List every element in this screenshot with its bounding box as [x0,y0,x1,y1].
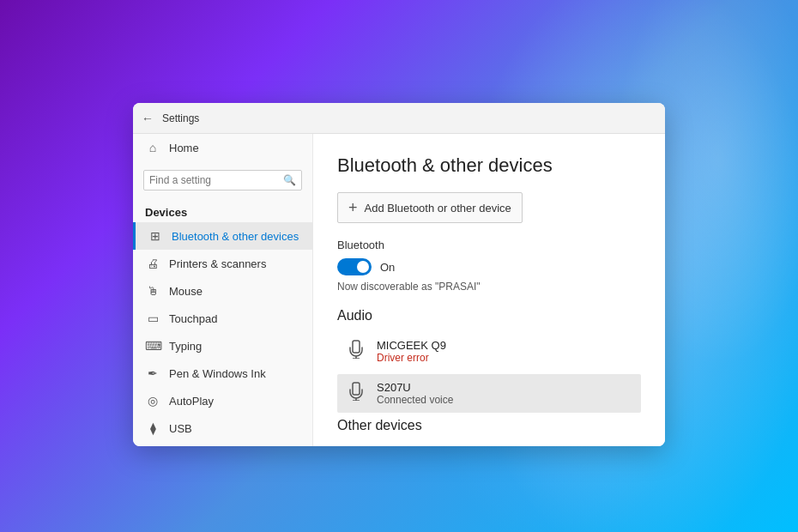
sidebar-item-bluetooth[interactable]: ⊞ Bluetooth & other devices [133,222,312,250]
sidebar-item-usb[interactable]: ⧫ USB [133,414,312,442]
add-device-button[interactable]: + Add Bluetooth or other device [337,192,523,223]
autoplay-icon: ◎ [145,394,160,408]
toggle-on-label: On [380,261,395,274]
micgeek-icon [346,340,366,363]
sidebar-bluetooth-label: Bluetooth & other devices [172,230,299,243]
sidebar-printers-label: Printers & scanners [169,257,266,270]
typing-icon: ⌨ [145,339,160,353]
sidebar-pen-label: Pen & Windows Ink [169,367,266,380]
add-device-label: Add Bluetooth or other device [365,202,511,215]
discoverable-text: Now discoverable as "PRASAI" [337,281,641,293]
audio-device-micgeek[interactable]: MICGEEK Q9 Driver error [337,332,641,371]
window-body: ⌂ Home 🔍 Devices ⊞ Bluetooth & other dev… [133,134,665,446]
bluetooth-section-label: Bluetooth [337,239,641,251]
audio-section-title: Audio [337,308,641,323]
sidebar-item-autoplay[interactable]: ◎ AutoPlay [133,387,312,414]
settings-window: ← Settings ⌂ Home 🔍 Devices ⊞ Bluetooth … [133,103,665,446]
sidebar-item-mouse[interactable]: 🖱 Mouse [133,277,312,305]
home-icon: ⌂ [145,141,160,154]
other-section-title: Other devices [337,418,641,433]
sidebar-section-label: Devices [133,197,312,222]
micgeek-device-info: MICGEEK Q9 Driver error [377,339,446,364]
mouse-icon: 🖱 [145,284,160,298]
page-title: Bluetooth & other devices [337,154,641,177]
search-input[interactable] [149,174,283,186]
sidebar-mouse-label: Mouse [169,285,203,298]
sidebar-touchpad-label: Touchpad [169,312,217,325]
touchpad-icon: ▭ [145,311,160,325]
search-icon: 🔍 [283,174,296,186]
pen-icon: ✒ [145,366,160,380]
usb-icon: ⧫ [145,421,160,435]
s207u-status: Connected voice [377,394,453,406]
sidebar-home-label: Home [169,142,199,154]
sidebar-item-touchpad[interactable]: ▭ Touchpad [133,305,312,332]
svg-rect-0 [353,341,360,353]
svg-rect-3 [353,383,360,395]
bluetooth-icon: ⊞ [148,229,163,243]
title-bar: ← Settings [133,103,665,134]
add-icon: + [348,200,358,215]
s207u-icon [346,382,366,405]
sidebar-item-pen[interactable]: ✒ Pen & Windows Ink [133,360,312,387]
s207u-name: S207U [377,381,453,394]
printers-icon: 🖨 [145,257,160,270]
other-device-realme[interactable]: Realme 1 Paired [337,442,641,446]
bluetooth-toggle-row: On [337,258,641,275]
micgeek-name: MICGEEK Q9 [377,339,446,352]
sidebar: ⌂ Home 🔍 Devices ⊞ Bluetooth & other dev… [133,134,313,446]
s207u-device-info: S207U Connected voice [377,381,453,406]
sidebar-item-home[interactable]: ⌂ Home [133,134,312,161]
audio-device-s207u[interactable]: S207U Connected voice [337,374,641,413]
bluetooth-toggle[interactable] [337,258,372,275]
sidebar-usb-label: USB [169,422,192,435]
main-content: Bluetooth & other devices + Add Bluetoot… [313,134,665,446]
sidebar-autoplay-label: AutoPlay [169,395,214,408]
sidebar-item-typing[interactable]: ⌨ Typing [133,332,312,360]
sidebar-item-printers[interactable]: 🖨 Printers & scanners [133,250,312,277]
back-button[interactable]: ← [142,112,154,125]
sidebar-typing-label: Typing [169,340,202,353]
window-title: Settings [162,112,199,124]
sidebar-search-box[interactable]: 🔍 [143,170,302,190]
micgeek-status: Driver error [377,352,446,364]
